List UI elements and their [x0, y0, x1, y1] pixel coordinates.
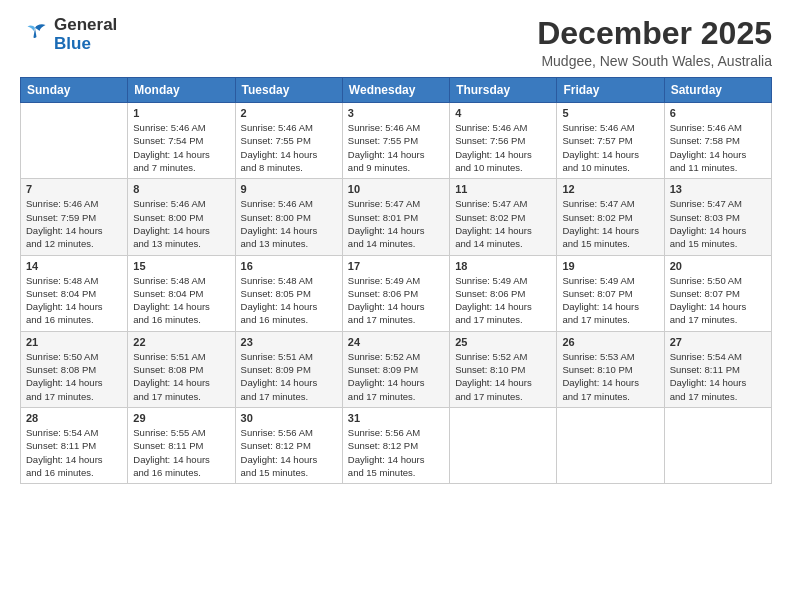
- day-info: Sunrise: 5:56 AMSunset: 8:12 PMDaylight:…: [241, 426, 337, 479]
- calendar-day-cell: 11Sunrise: 5:47 AMSunset: 8:02 PMDayligh…: [450, 179, 557, 255]
- day-info: Sunrise: 5:47 AMSunset: 8:01 PMDaylight:…: [348, 197, 444, 250]
- calendar-day-cell: 20Sunrise: 5:50 AMSunset: 8:07 PMDayligh…: [664, 255, 771, 331]
- day-number: 17: [348, 260, 444, 272]
- day-info: Sunrise: 5:48 AMSunset: 8:04 PMDaylight:…: [133, 274, 229, 327]
- day-info: Sunrise: 5:50 AMSunset: 8:08 PMDaylight:…: [26, 350, 122, 403]
- calendar-day-cell: 31Sunrise: 5:56 AMSunset: 8:12 PMDayligh…: [342, 407, 449, 483]
- calendar-week-row: 7Sunrise: 5:46 AMSunset: 7:59 PMDaylight…: [21, 179, 772, 255]
- day-info: Sunrise: 5:47 AMSunset: 8:02 PMDaylight:…: [455, 197, 551, 250]
- day-info: Sunrise: 5:52 AMSunset: 8:09 PMDaylight:…: [348, 350, 444, 403]
- calendar-day-cell: 27Sunrise: 5:54 AMSunset: 8:11 PMDayligh…: [664, 331, 771, 407]
- calendar-day-cell: 1Sunrise: 5:46 AMSunset: 7:54 PMDaylight…: [128, 103, 235, 179]
- day-number: 15: [133, 260, 229, 272]
- logo-bird-icon: [20, 21, 50, 49]
- day-number: 7: [26, 183, 122, 195]
- calendar-day-cell: 21Sunrise: 5:50 AMSunset: 8:08 PMDayligh…: [21, 331, 128, 407]
- day-info: Sunrise: 5:46 AMSunset: 7:59 PMDaylight:…: [26, 197, 122, 250]
- day-info: Sunrise: 5:46 AMSunset: 7:57 PMDaylight:…: [562, 121, 658, 174]
- calendar-day-cell: 22Sunrise: 5:51 AMSunset: 8:08 PMDayligh…: [128, 331, 235, 407]
- day-number: 6: [670, 107, 766, 119]
- calendar-day-header: Saturday: [664, 78, 771, 103]
- day-number: 14: [26, 260, 122, 272]
- calendar-day-cell: 28Sunrise: 5:54 AMSunset: 8:11 PMDayligh…: [21, 407, 128, 483]
- calendar-day-cell: 19Sunrise: 5:49 AMSunset: 8:07 PMDayligh…: [557, 255, 664, 331]
- day-number: 28: [26, 412, 122, 424]
- calendar-day-cell: 8Sunrise: 5:46 AMSunset: 8:00 PMDaylight…: [128, 179, 235, 255]
- calendar-week-row: 28Sunrise: 5:54 AMSunset: 8:11 PMDayligh…: [21, 407, 772, 483]
- calendar-day-cell: 2Sunrise: 5:46 AMSunset: 7:55 PMDaylight…: [235, 103, 342, 179]
- calendar-day-cell: 4Sunrise: 5:46 AMSunset: 7:56 PMDaylight…: [450, 103, 557, 179]
- day-info: Sunrise: 5:46 AMSunset: 7:56 PMDaylight:…: [455, 121, 551, 174]
- day-number: 12: [562, 183, 658, 195]
- day-number: 10: [348, 183, 444, 195]
- calendar-day-cell: 23Sunrise: 5:51 AMSunset: 8:09 PMDayligh…: [235, 331, 342, 407]
- calendar-day-cell: 30Sunrise: 5:56 AMSunset: 8:12 PMDayligh…: [235, 407, 342, 483]
- day-info: Sunrise: 5:46 AMSunset: 7:54 PMDaylight:…: [133, 121, 229, 174]
- calendar-day-header: Friday: [557, 78, 664, 103]
- calendar-day-cell: [664, 407, 771, 483]
- calendar-day-cell: [450, 407, 557, 483]
- day-info: Sunrise: 5:49 AMSunset: 8:06 PMDaylight:…: [455, 274, 551, 327]
- day-info: Sunrise: 5:46 AMSunset: 7:55 PMDaylight:…: [241, 121, 337, 174]
- calendar-week-row: 21Sunrise: 5:50 AMSunset: 8:08 PMDayligh…: [21, 331, 772, 407]
- calendar-day-cell: [21, 103, 128, 179]
- day-info: Sunrise: 5:52 AMSunset: 8:10 PMDaylight:…: [455, 350, 551, 403]
- page-container: General Blue December 2025 Mudgee, New S…: [0, 0, 792, 494]
- day-number: 26: [562, 336, 658, 348]
- day-number: 5: [562, 107, 658, 119]
- day-info: Sunrise: 5:51 AMSunset: 8:09 PMDaylight:…: [241, 350, 337, 403]
- day-number: 13: [670, 183, 766, 195]
- day-info: Sunrise: 5:46 AMSunset: 8:00 PMDaylight:…: [241, 197, 337, 250]
- calendar-day-cell: 5Sunrise: 5:46 AMSunset: 7:57 PMDaylight…: [557, 103, 664, 179]
- calendar-day-cell: 9Sunrise: 5:46 AMSunset: 8:00 PMDaylight…: [235, 179, 342, 255]
- day-number: 16: [241, 260, 337, 272]
- day-number: 24: [348, 336, 444, 348]
- title-block: December 2025 Mudgee, New South Wales, A…: [537, 16, 772, 69]
- calendar-table: SundayMondayTuesdayWednesdayThursdayFrid…: [20, 77, 772, 484]
- day-number: 18: [455, 260, 551, 272]
- day-info: Sunrise: 5:46 AMSunset: 7:55 PMDaylight:…: [348, 121, 444, 174]
- day-number: 31: [348, 412, 444, 424]
- calendar-header-row: SundayMondayTuesdayWednesdayThursdayFrid…: [21, 78, 772, 103]
- logo-text: General Blue: [54, 16, 117, 53]
- day-number: 8: [133, 183, 229, 195]
- day-info: Sunrise: 5:51 AMSunset: 8:08 PMDaylight:…: [133, 350, 229, 403]
- calendar-day-cell: 14Sunrise: 5:48 AMSunset: 8:04 PMDayligh…: [21, 255, 128, 331]
- day-info: Sunrise: 5:50 AMSunset: 8:07 PMDaylight:…: [670, 274, 766, 327]
- day-number: 25: [455, 336, 551, 348]
- day-info: Sunrise: 5:49 AMSunset: 8:06 PMDaylight:…: [348, 274, 444, 327]
- day-number: 30: [241, 412, 337, 424]
- calendar-day-header: Tuesday: [235, 78, 342, 103]
- calendar-day-cell: 29Sunrise: 5:55 AMSunset: 8:11 PMDayligh…: [128, 407, 235, 483]
- day-info: Sunrise: 5:46 AMSunset: 7:58 PMDaylight:…: [670, 121, 766, 174]
- calendar-day-cell: 10Sunrise: 5:47 AMSunset: 8:01 PMDayligh…: [342, 179, 449, 255]
- day-info: Sunrise: 5:48 AMSunset: 8:05 PMDaylight:…: [241, 274, 337, 327]
- calendar-day-cell: 7Sunrise: 5:46 AMSunset: 7:59 PMDaylight…: [21, 179, 128, 255]
- day-info: Sunrise: 5:54 AMSunset: 8:11 PMDaylight:…: [670, 350, 766, 403]
- calendar-day-cell: 24Sunrise: 5:52 AMSunset: 8:09 PMDayligh…: [342, 331, 449, 407]
- day-number: 22: [133, 336, 229, 348]
- day-info: Sunrise: 5:47 AMSunset: 8:03 PMDaylight:…: [670, 197, 766, 250]
- day-number: 4: [455, 107, 551, 119]
- calendar-day-cell: 25Sunrise: 5:52 AMSunset: 8:10 PMDayligh…: [450, 331, 557, 407]
- calendar-day-cell: 17Sunrise: 5:49 AMSunset: 8:06 PMDayligh…: [342, 255, 449, 331]
- day-info: Sunrise: 5:47 AMSunset: 8:02 PMDaylight:…: [562, 197, 658, 250]
- calendar-day-header: Sunday: [21, 78, 128, 103]
- day-number: 2: [241, 107, 337, 119]
- calendar-week-row: 1Sunrise: 5:46 AMSunset: 7:54 PMDaylight…: [21, 103, 772, 179]
- month-title: December 2025: [537, 16, 772, 51]
- calendar-week-row: 14Sunrise: 5:48 AMSunset: 8:04 PMDayligh…: [21, 255, 772, 331]
- calendar-day-cell: 26Sunrise: 5:53 AMSunset: 8:10 PMDayligh…: [557, 331, 664, 407]
- calendar-day-cell: [557, 407, 664, 483]
- calendar-day-cell: 18Sunrise: 5:49 AMSunset: 8:06 PMDayligh…: [450, 255, 557, 331]
- calendar-day-header: Thursday: [450, 78, 557, 103]
- day-info: Sunrise: 5:54 AMSunset: 8:11 PMDaylight:…: [26, 426, 122, 479]
- calendar-day-cell: 15Sunrise: 5:48 AMSunset: 8:04 PMDayligh…: [128, 255, 235, 331]
- calendar-day-cell: 3Sunrise: 5:46 AMSunset: 7:55 PMDaylight…: [342, 103, 449, 179]
- day-info: Sunrise: 5:48 AMSunset: 8:04 PMDaylight:…: [26, 274, 122, 327]
- location: Mudgee, New South Wales, Australia: [537, 53, 772, 69]
- calendar-day-header: Wednesday: [342, 78, 449, 103]
- day-info: Sunrise: 5:55 AMSunset: 8:11 PMDaylight:…: [133, 426, 229, 479]
- day-number: 20: [670, 260, 766, 272]
- calendar-day-header: Monday: [128, 78, 235, 103]
